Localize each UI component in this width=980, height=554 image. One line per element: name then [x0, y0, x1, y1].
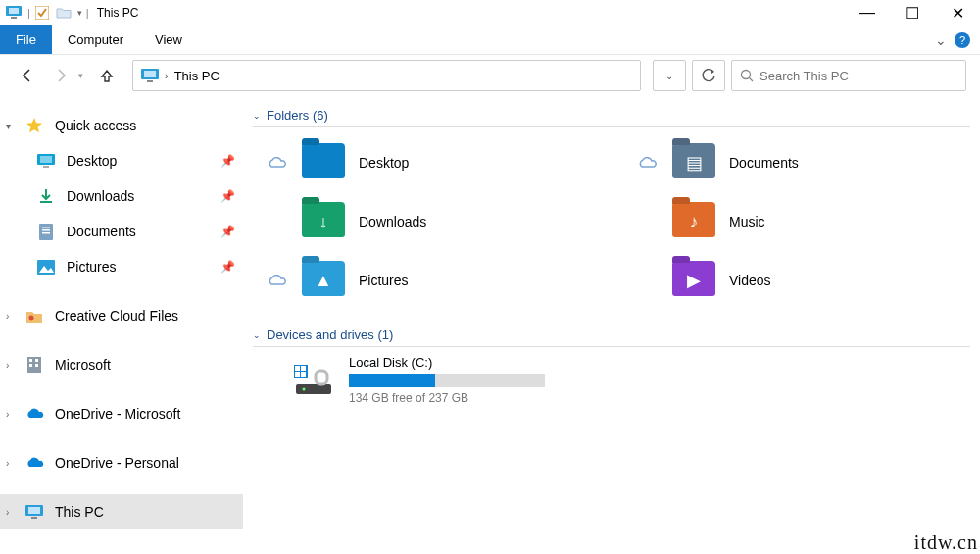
- chevron-down-icon[interactable]: ▾: [77, 8, 82, 18]
- svg-rect-21: [29, 364, 32, 367]
- folder-item-documents[interactable]: ▤Documents: [629, 135, 970, 190]
- location-text: This PC: [174, 69, 220, 83]
- folder-item-pictures[interactable]: ▲Pictures: [259, 253, 600, 308]
- sidebar-item-network[interactable]: › Network: [0, 543, 243, 554]
- up-button[interactable]: [93, 62, 121, 89]
- ribbon-tabs: File Computer View ⌄ ?: [0, 25, 980, 55]
- this-pc-icon: [4, 3, 24, 23]
- sidebar-item-label: Creative Cloud Files: [55, 308, 178, 324]
- sidebar-item-label: OneDrive - Microsoft: [55, 406, 180, 422]
- sidebar-item-microsoft[interactable]: › Microsoft: [0, 347, 243, 382]
- separator: |: [86, 7, 89, 19]
- forward-button[interactable]: [47, 62, 74, 89]
- sidebar-item-label: Quick access: [55, 118, 136, 133]
- window-title: This PC: [97, 6, 139, 20]
- search-input[interactable]: [760, 69, 957, 83]
- cloud-status-icon: [265, 275, 288, 287]
- drive-name: Local Disk (C:): [349, 355, 545, 370]
- chevron-right-icon: ›: [165, 70, 169, 81]
- address-bar[interactable]: › This PC: [132, 60, 641, 91]
- chevron-right-icon: ›: [6, 311, 20, 322]
- minimize-button[interactable]: —: [845, 0, 890, 25]
- cloud-status-icon: [265, 157, 288, 170]
- chevron-right-icon: ›: [6, 507, 20, 518]
- drive-item[interactable]: Local Disk (C:) 134 GB free of 237 GB: [253, 355, 970, 405]
- address-dropdown-button[interactable]: ⌄: [653, 60, 686, 91]
- svg-rect-11: [43, 166, 49, 168]
- sidebar-item-desktop[interactable]: Desktop 📌: [0, 143, 243, 178]
- folder-item-videos[interactable]: ▶Videos: [629, 253, 970, 308]
- sidebar-item-onedrive-ms[interactable]: › OneDrive - Microsoft: [0, 396, 243, 431]
- onedrive-icon: [24, 452, 45, 474]
- download-icon: [35, 185, 57, 207]
- cloud-status-icon: [635, 157, 659, 170]
- back-button[interactable]: [14, 62, 41, 89]
- this-pc-icon: [24, 501, 45, 523]
- folder-label: Music: [729, 214, 765, 229]
- sidebar-item-creative-cloud[interactable]: › Creative Cloud Files: [0, 298, 243, 333]
- folder-icon: ▤: [672, 143, 715, 182]
- folder-dropdown-icon[interactable]: [54, 3, 74, 23]
- svg-rect-34: [295, 372, 300, 377]
- building-icon: [24, 354, 45, 376]
- sidebar-item-downloads[interactable]: Downloads 📌: [0, 178, 243, 214]
- folder-icon: ▶: [672, 261, 715, 300]
- drive-icon: [292, 363, 335, 398]
- chevron-down-icon: ⌄: [253, 111, 261, 121]
- drive-free-text: 134 GB free of 237 GB: [349, 391, 545, 405]
- maximize-button[interactable]: ☐: [890, 0, 935, 25]
- network-icon: [24, 550, 45, 554]
- drive-usage-bar: [349, 374, 545, 387]
- refresh-button[interactable]: [692, 60, 725, 91]
- svg-rect-14: [42, 229, 50, 231]
- folder-label: Downloads: [359, 214, 426, 229]
- sidebar-item-onedrive-personal[interactable]: › OneDrive - Personal: [0, 445, 243, 480]
- checkbox-icon[interactable]: [32, 3, 52, 23]
- section-title: Devices and drives (1): [267, 327, 393, 342]
- svg-rect-2: [11, 17, 17, 19]
- sidebar-item-documents[interactable]: Documents 📌: [0, 214, 243, 249]
- sidebar-quick-access[interactable]: ▾ Quick access: [0, 108, 243, 143]
- folders-section-header[interactable]: ⌄ Folders (6): [253, 108, 970, 127]
- sidebar-item-pictures[interactable]: Pictures 📌: [0, 249, 243, 284]
- svg-rect-33: [301, 366, 306, 371]
- separator: |: [27, 7, 30, 19]
- svg-rect-36: [296, 384, 331, 394]
- tab-file[interactable]: File: [0, 25, 52, 54]
- svg-rect-19: [29, 359, 32, 362]
- folder-label: Videos: [729, 273, 771, 288]
- svg-rect-6: [147, 80, 153, 82]
- expand-ribbon-icon[interactable]: ⌄: [935, 32, 947, 48]
- content-pane: ⌄ Folders (6) Desktop▤Documents↓Download…: [243, 96, 980, 554]
- section-title: Folders (6): [267, 108, 328, 123]
- tab-computer[interactable]: Computer: [52, 25, 139, 54]
- sidebar-item-label: Microsoft: [55, 357, 111, 373]
- folder-item-desktop[interactable]: Desktop: [259, 135, 600, 190]
- svg-rect-24: [28, 507, 40, 514]
- sidebar-item-label: Downloads: [67, 188, 134, 204]
- tab-view[interactable]: View: [139, 25, 198, 54]
- svg-point-17: [29, 315, 34, 320]
- navigation-pane: ▾ Quick access Desktop 📌 Downloads 📌 Doc…: [0, 96, 243, 554]
- pictures-icon: [35, 256, 57, 277]
- pin-icon: 📌: [220, 225, 235, 238]
- folder-item-downloads[interactable]: ↓Downloads: [259, 194, 600, 249]
- pin-icon: 📌: [220, 189, 235, 203]
- sidebar-item-this-pc[interactable]: › This PC: [0, 494, 243, 529]
- help-icon[interactable]: ?: [955, 32, 970, 48]
- close-button[interactable]: ✕: [935, 0, 980, 25]
- navigation-bar: ▾ › This PC ⌄: [0, 55, 980, 96]
- svg-point-37: [303, 387, 306, 390]
- document-icon: [35, 221, 57, 242]
- svg-rect-1: [9, 8, 19, 14]
- svg-rect-25: [31, 517, 37, 519]
- svg-rect-35: [301, 372, 306, 377]
- search-box[interactable]: [731, 60, 966, 91]
- folder-label: Documents: [729, 155, 799, 171]
- folder-icon: ↓: [302, 202, 345, 241]
- history-dropdown-icon[interactable]: ▾: [78, 71, 83, 80]
- folder-icon: ▲: [302, 261, 345, 300]
- drives-section-header[interactable]: ⌄ Devices and drives (1): [253, 327, 970, 347]
- folder-item-music[interactable]: ♪Music: [629, 194, 970, 249]
- sidebar-item-label: Documents: [67, 224, 136, 239]
